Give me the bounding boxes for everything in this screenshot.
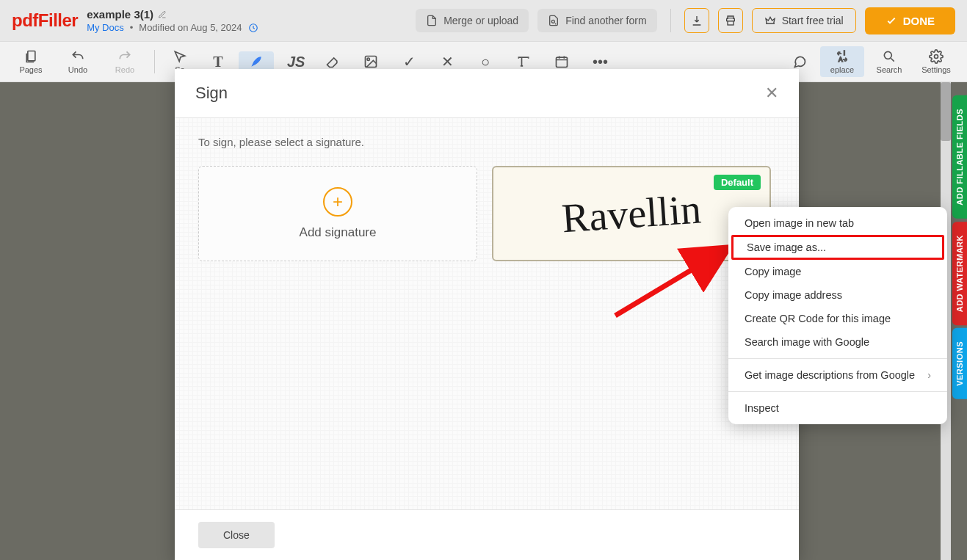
ctx-copy-image[interactable]: Copy image [728,260,947,283]
ellipsis-icon: ••• [593,54,607,69]
calendar-icon [554,54,569,69]
start-trial-label: Start free trial [782,15,844,26]
scroll-thumb[interactable] [941,82,951,141]
edit-title-icon[interactable] [158,10,167,19]
modal-instruction: To sign, please select a signature. [198,136,775,148]
signature-row: + Add signature Default Ravellin [198,166,775,261]
download-button[interactable] [684,8,709,33]
settings-label: Settings [921,65,951,74]
dot-separator: • [130,22,134,33]
svg-point-5 [367,58,369,60]
ctx-save-image-as[interactable]: Save image as... [731,235,944,260]
default-badge: Default [714,175,761,190]
cursor-icon [173,49,187,64]
comment-icon [792,54,807,69]
app-header: pdfFiller example 3(1) My Docs • Modifie… [0,0,967,41]
ctx-open-new-tab[interactable]: Open image in new tab [728,211,947,235]
document-title: example 3(1) [87,8,153,21]
plus-circle-icon: + [323,187,352,217]
redo-label: Redo [115,65,134,74]
download-icon [691,15,703,26]
undo-icon [70,49,85,64]
ctx-inspect[interactable]: Inspect [728,396,947,420]
modal-body: To sign, please select a signature. + Ad… [175,118,799,509]
modal-footer: Close [175,509,799,560]
ctx-search-google[interactable]: Search image with Google [728,330,947,354]
app-logo: pdfFiller [12,10,78,31]
ctx-copy-address[interactable]: Copy image address [728,283,947,307]
ctx-separator-2 [728,391,947,392]
svg-point-10 [935,55,938,59]
sign-modal: Sign ✕ To sign, please select a signatur… [175,69,799,560]
print-icon [725,15,736,26]
document-meta: example 3(1) My Docs • Modified on Aug 5… [87,8,258,33]
pages-icon [23,49,38,64]
pages-label: Pages [19,65,42,74]
settings-tool[interactable]: Settings [914,46,958,77]
initials-icon: JS [287,54,302,69]
start-trial-button[interactable]: Start free trial [752,8,856,33]
signature-preview: Ravellin [560,185,703,241]
svg-point-9 [884,51,891,59]
replace-tool[interactable]: AI eplace [820,46,864,77]
svg-text:A: A [839,56,843,63]
undo-tool[interactable]: Undo [56,46,100,77]
eraser-icon [325,54,340,69]
history-icon[interactable] [248,23,258,33]
ctx-separator-1 [728,358,947,359]
circle-icon: ○ [478,54,493,69]
versions-tab[interactable]: VERSIONS [952,328,967,399]
svg-point-1 [551,20,554,23]
replace-label: eplace [830,65,854,74]
context-menu: Open image in new tab Save image as... C… [728,207,947,424]
ctx-create-qr[interactable]: Create QR Code for this image [728,307,947,330]
modal-title: Sign [195,84,228,103]
pages-tool[interactable]: Pages [9,46,53,77]
find-form-label: Find another form [565,15,647,26]
add-fields-tab[interactable]: ADD FILLABLE FIELDS [952,95,967,219]
my-docs-link[interactable]: My Docs [87,22,124,33]
modal-close-button[interactable]: ✕ [765,84,778,103]
add-signature-label: Add signature [300,225,377,240]
header-divider [670,9,671,32]
merge-upload-label: Merge or upload [443,15,518,26]
replace-icon: AI [835,49,850,64]
redo-icon [117,49,132,64]
undo-label: Undo [68,65,87,74]
modal-header: Sign ✕ [175,69,799,118]
print-button[interactable] [718,8,743,33]
add-watermark-tab[interactable]: ADD WATERMARK [952,222,967,325]
textbox-icon [516,54,531,69]
add-signature-card[interactable]: + Add signature [198,166,477,261]
svg-rect-6 [557,57,568,67]
find-form-button[interactable]: Find another form [537,9,657,32]
svg-rect-2 [728,21,734,25]
checkmark-icon: ✓ [402,54,416,69]
gear-icon [929,49,944,64]
close-button[interactable]: Close [198,522,275,548]
search-tool[interactable]: Search [867,46,911,77]
toolbar-divider-1 [154,50,155,73]
modified-label: Modified on Aug 5, 2024 [139,22,242,33]
svg-text:I: I [844,49,845,57]
redo-tool[interactable]: Redo [103,46,147,77]
done-button[interactable]: DONE [865,7,955,34]
svg-rect-3 [28,51,35,61]
image-icon [363,54,378,69]
crown-icon [764,15,776,26]
feather-icon [249,54,264,69]
done-label: DONE [903,15,935,27]
chevron-right-icon: › [927,369,931,381]
find-form-icon [548,15,559,26]
right-side-tabs: ADD FILLABLE FIELDS ADD WATERMARK VERSIO… [952,95,967,399]
search-label: Search [877,65,902,74]
text-icon: T [211,54,225,69]
check-icon [885,15,897,26]
merge-upload-button[interactable]: Merge or upload [416,9,529,32]
merge-icon [426,15,438,26]
x-icon: ✕ [440,54,454,69]
ctx-image-descriptions[interactable]: Get image descriptions from Google› [728,363,947,387]
search-icon [882,49,897,64]
